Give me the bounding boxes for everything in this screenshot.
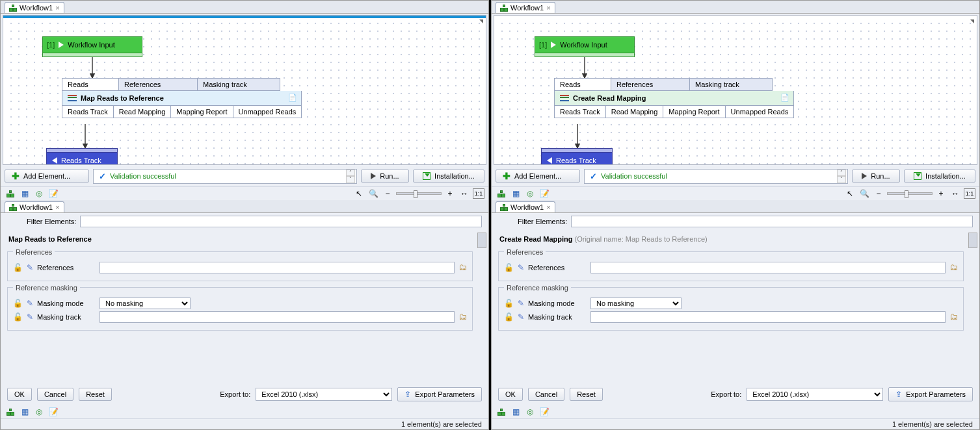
cancel-button[interactable]: Cancel: [528, 388, 564, 401]
reset-button[interactable]: Reset: [570, 388, 603, 401]
node-create-read-mapping[interactable]: Reads References Masking track Create Re…: [554, 78, 794, 118]
view-edit-icon[interactable]: 📝: [47, 407, 59, 417]
out-unmapped-reads[interactable]: Unmapped Reads: [233, 106, 302, 118]
out-read-mapping[interactable]: Read Mapping: [113, 106, 172, 118]
view-target-icon[interactable]: ◎: [33, 188, 45, 199]
view-edit-icon[interactable]: 📝: [538, 188, 550, 199]
pointer-icon[interactable]: ↖: [353, 188, 365, 199]
zoom-icon[interactable]: 🔍: [367, 188, 379, 199]
view-workflow-icon[interactable]: [496, 188, 507, 199]
scrollbar-thumb[interactable]: [477, 233, 486, 248]
port-references[interactable]: References: [611, 78, 690, 91]
ok-button[interactable]: OK: [7, 388, 32, 401]
tab-workflow1[interactable]: Workflow1 ×: [496, 2, 555, 13]
run-button[interactable]: Run...: [361, 170, 409, 183]
workflow-canvas[interactable]: [1] Workflow Input Reads References Mask…: [3, 15, 486, 165]
validation-box[interactable]: ✓ Validation successful ˄˅: [584, 169, 848, 184]
node-output-reads-track[interactable]: Reads Track: [46, 148, 118, 165]
spinner[interactable]: ˄˅: [346, 170, 355, 183]
ok-button[interactable]: OK: [498, 388, 523, 401]
bottom-tab-workflow1[interactable]: Workflow1 ×: [5, 201, 64, 212]
run-button[interactable]: Run...: [852, 170, 900, 183]
masking-track-input[interactable]: [99, 311, 455, 323]
node-map-reads[interactable]: Reads References Masking track Map Reads…: [62, 78, 302, 118]
installation-button[interactable]: Installation...: [904, 170, 975, 183]
fit-width-icon[interactable]: ↔: [949, 188, 961, 199]
add-element-button[interactable]: ✚ Add Element...: [5, 170, 89, 183]
pencil-icon[interactable]: ✎: [27, 299, 33, 308]
browse-icon[interactable]: 🗂: [949, 262, 958, 272]
view-workflow-icon[interactable]: [5, 188, 16, 199]
port-masking-track[interactable]: Masking track: [689, 78, 773, 91]
pencil-icon[interactable]: ✎: [518, 312, 524, 322]
zoom-slider[interactable]: [396, 192, 442, 195]
node-workflow-input[interactable]: [1] Workflow Input: [535, 36, 635, 57]
cancel-button[interactable]: Cancel: [37, 388, 73, 401]
out-reads-track[interactable]: Reads Track: [554, 106, 606, 118]
out-mapping-report[interactable]: Mapping Report: [663, 106, 725, 118]
browse-icon[interactable]: 🗂: [458, 312, 467, 322]
lock-icon[interactable]: 🔓: [504, 263, 514, 272]
filter-input[interactable]: [80, 216, 482, 227]
out-reads-track[interactable]: Reads Track: [62, 106, 114, 118]
view-target-icon[interactable]: ◎: [524, 188, 536, 199]
filter-input[interactable]: [571, 216, 973, 227]
out-mapping-report[interactable]: Mapping Report: [170, 106, 233, 118]
out-unmapped-reads[interactable]: Unmapped Reads: [725, 106, 795, 118]
zoom-11-icon[interactable]: 1:1: [473, 188, 484, 199]
export-parameters-button[interactable]: ⇪ Export Parameters: [397, 387, 482, 401]
lock-icon[interactable]: 🔓: [504, 312, 514, 322]
masking-track-input[interactable]: [590, 311, 946, 323]
port-references[interactable]: References: [118, 78, 198, 91]
panel-toggle-icon[interactable]: [479, 19, 483, 23]
browse-icon[interactable]: 🗂: [949, 312, 958, 322]
zoom-slider[interactable]: [887, 192, 933, 195]
masking-mode-select[interactable]: No masking: [590, 297, 682, 309]
scrollbar-thumb[interactable]: [968, 233, 977, 248]
view-grid-icon[interactable]: ▦: [19, 407, 31, 417]
node-title-bar[interactable]: Create Read Mapping 📄: [554, 91, 794, 106]
pointer-icon[interactable]: ↖: [844, 188, 856, 199]
zoom-in-icon[interactable]: +: [444, 188, 456, 199]
view-workflow-icon[interactable]: [496, 407, 507, 417]
browse-icon[interactable]: 🗂: [458, 262, 467, 272]
lock-icon[interactable]: 🔓: [504, 299, 514, 308]
installation-button[interactable]: Installation...: [413, 170, 484, 183]
export-parameters-button[interactable]: ⇪ Export Parameters: [888, 387, 973, 401]
port-reads[interactable]: Reads: [62, 78, 119, 91]
zoom-icon[interactable]: 🔍: [858, 188, 870, 199]
close-icon[interactable]: ×: [55, 4, 59, 12]
export-format-select[interactable]: Excel 2010 (.xlsx): [256, 388, 392, 401]
lock-icon[interactable]: 🔓: [13, 312, 23, 322]
workflow-canvas[interactable]: [1] Workflow Input Reads References Mask…: [494, 15, 977, 165]
node-workflow-input[interactable]: [1] Workflow Input: [42, 36, 142, 57]
zoom-in-icon[interactable]: +: [935, 188, 947, 199]
document-icon[interactable]: 📄: [780, 94, 789, 102]
view-grid-icon[interactable]: ▦: [510, 188, 522, 199]
zoom-out-icon[interactable]: −: [382, 188, 393, 199]
bottom-tab-workflow1[interactable]: Workflow1 ×: [496, 201, 555, 212]
lock-icon[interactable]: 🔓: [13, 299, 23, 308]
add-element-button[interactable]: ✚ Add Element...: [496, 170, 580, 183]
close-icon[interactable]: ×: [546, 4, 550, 12]
close-icon[interactable]: ×: [546, 203, 550, 211]
close-icon[interactable]: ×: [55, 203, 59, 211]
view-edit-icon[interactable]: 📝: [538, 407, 550, 417]
zoom-out-icon[interactable]: −: [873, 188, 884, 199]
view-edit-icon[interactable]: 📝: [47, 188, 59, 199]
fit-width-icon[interactable]: ↔: [458, 188, 470, 199]
panel-toggle-icon[interactable]: [970, 19, 974, 23]
reset-button[interactable]: Reset: [79, 388, 112, 401]
view-workflow-icon[interactable]: [5, 407, 16, 417]
tab-workflow1[interactable]: Workflow1 ×: [5, 2, 64, 13]
document-icon[interactable]: 📄: [288, 94, 297, 102]
view-target-icon[interactable]: ◎: [33, 407, 45, 417]
references-input[interactable]: [99, 262, 455, 273]
pencil-icon[interactable]: ✎: [518, 299, 524, 308]
view-grid-icon[interactable]: ▦: [510, 407, 522, 417]
view-target-icon[interactable]: ◎: [524, 407, 536, 417]
export-format-select[interactable]: Excel 2010 (.xlsx): [747, 388, 883, 401]
pencil-icon[interactable]: ✎: [27, 263, 33, 272]
pencil-icon[interactable]: ✎: [518, 263, 524, 272]
validation-box[interactable]: ✓ Validation successful ˄˅: [93, 169, 357, 184]
